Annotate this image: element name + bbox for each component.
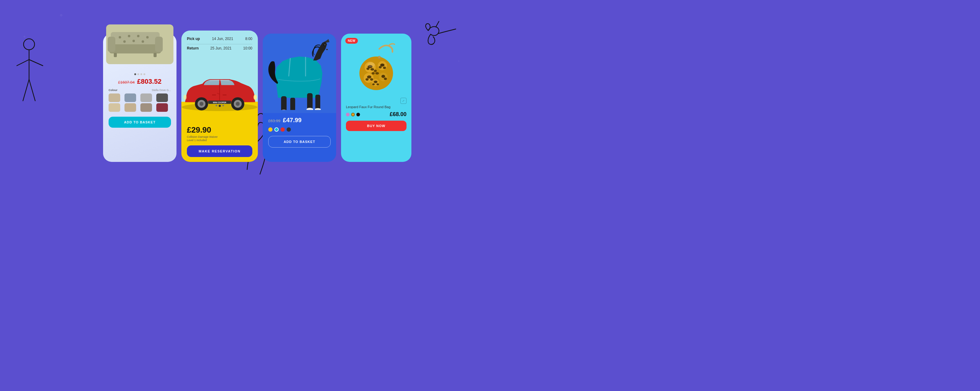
sofa-image	[106, 24, 173, 64]
svg-rect-34	[154, 53, 157, 57]
horse-price-row: £63.99 £47.99	[268, 117, 302, 124]
horse-image	[263, 33, 336, 113]
sofa-current-price: £803.52	[137, 78, 162, 85]
dot-2	[137, 73, 139, 75]
svg-point-2	[427, 24, 429, 25]
car-divider	[187, 44, 252, 44]
svg-point-85	[368, 62, 375, 67]
svg-point-0	[24, 36, 25, 38]
expand-icon[interactable]: ⤢	[400, 98, 407, 104]
image-dots	[134, 73, 145, 75]
svg-point-1	[60, 14, 62, 16]
svg-point-29	[146, 36, 149, 38]
colour-grid	[108, 93, 171, 112]
dot-4	[143, 73, 145, 75]
swatch-6[interactable]	[124, 103, 136, 112]
pickup-label: Pick up	[187, 36, 200, 41]
car-top-section: Pick up 14 Jun, 2021 8:00 Return 25 Jun,…	[181, 30, 258, 102]
svg-point-84	[372, 72, 375, 74]
svg-rect-54	[307, 93, 313, 110]
svg-line-20	[436, 21, 439, 27]
pickup-time: 8:00	[245, 36, 252, 41]
sofa-add-to-basket-button[interactable]: ADD TO BASKET	[108, 117, 171, 128]
sofa-card: £1607.04 £803.52 Colour Stella Dove G...	[103, 33, 177, 162]
sofa-original-price: £1607.04	[118, 80, 135, 85]
horse-color-dark[interactable]	[286, 127, 291, 131]
horse-current-price: £47.99	[283, 117, 302, 124]
bag-color-price-row: £68.00	[346, 111, 407, 118]
svg-rect-24	[108, 36, 115, 52]
colour-label-row: Colour Stella Dove G...	[108, 89, 171, 92]
bag-color-purple[interactable]	[346, 113, 350, 116]
svg-line-9	[29, 79, 35, 101]
bag-icon-row: ⤢	[346, 98, 407, 104]
svg-rect-53	[290, 98, 295, 110]
pickup-date: 14 Jun, 2021	[212, 36, 233, 41]
sofa-price-section: £1607.04 £803.52	[118, 78, 162, 85]
colour-name: Stella Dove G...	[152, 89, 171, 92]
svg-point-80	[372, 83, 375, 85]
dot-1	[134, 73, 136, 75]
svg-line-7	[17, 60, 29, 66]
svg-point-69	[366, 68, 369, 70]
bag-card: NEW	[341, 33, 411, 162]
horse-original-price: £63.99	[268, 119, 280, 123]
svg-point-30	[123, 40, 126, 43]
svg-point-82	[374, 70, 377, 72]
svg-point-78	[384, 78, 387, 80]
svg-line-8	[23, 79, 29, 101]
svg-point-83	[375, 72, 379, 74]
return-label: Return	[187, 46, 199, 51]
swatch-2[interactable]	[124, 93, 136, 102]
svg-point-35	[182, 103, 258, 111]
return-date: 25 Jun, 2021	[210, 46, 232, 51]
swatch-4[interactable]	[156, 93, 168, 102]
bag-info: ⤢ Leopard Faux Fur Round Bag £68.00 BUY …	[341, 95, 411, 162]
svg-rect-25	[155, 36, 163, 52]
svg-point-75	[366, 78, 369, 81]
svg-point-32	[142, 40, 144, 43]
svg-text:MINI COOPER: MINI COOPER	[213, 101, 226, 103]
horse-color-options	[268, 127, 291, 131]
make-reservation-button[interactable]: MAKE RESERVATION	[187, 146, 252, 157]
svg-point-79	[374, 81, 377, 83]
pickup-row: Pick up 14 Jun, 2021 8:00	[187, 36, 252, 41]
svg-point-76	[370, 78, 373, 81]
swatch-3[interactable]	[140, 93, 152, 102]
svg-point-74	[367, 76, 371, 79]
svg-point-26	[119, 36, 121, 38]
bag-color-options	[346, 113, 360, 116]
bag-color-black[interactable]	[356, 113, 360, 116]
svg-point-77	[382, 75, 385, 78]
svg-point-44	[254, 94, 257, 100]
swatch-8[interactable]	[156, 103, 168, 112]
svg-point-45	[183, 94, 187, 100]
car-card: Pick up 14 Jun, 2021 8:00 Return 25 Jun,…	[181, 30, 258, 162]
swatch-7[interactable]	[140, 103, 152, 112]
dot-3	[140, 73, 142, 75]
swatch-5[interactable]	[108, 103, 120, 112]
svg-point-70	[371, 68, 374, 71]
svg-rect-23	[111, 32, 160, 44]
svg-point-50	[325, 44, 325, 45]
svg-rect-33	[114, 53, 117, 57]
buy-now-button[interactable]: BUY NOW	[346, 121, 407, 131]
svg-point-27	[128, 35, 130, 37]
svg-point-51	[326, 49, 328, 50]
svg-rect-52	[281, 96, 286, 110]
bag-price: £68.00	[390, 111, 407, 118]
return-row: Return 25 Jun, 2021 10:00	[187, 46, 252, 51]
swatch-1[interactable]	[108, 93, 120, 102]
svg-point-72	[379, 66, 382, 68]
svg-point-49	[324, 44, 325, 46]
horse-color-teal[interactable]	[274, 127, 278, 131]
svg-point-31	[132, 40, 135, 42]
svg-point-4	[24, 39, 35, 50]
bag-color-gold[interactable]	[351, 113, 355, 116]
horse-add-to-basket-button[interactable]: ADD TO BASKET	[268, 136, 331, 147]
svg-rect-55	[315, 95, 320, 110]
svg-line-6	[29, 60, 43, 66]
horse-color-red[interactable]	[280, 127, 285, 131]
horse-color-yellow[interactable]	[268, 127, 272, 131]
svg-point-81	[377, 83, 379, 85]
